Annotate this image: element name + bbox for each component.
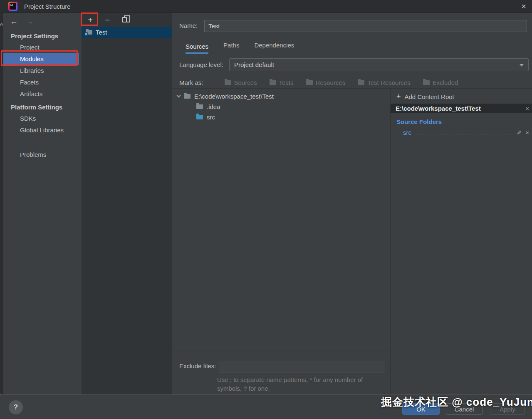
dotted-leader	[413, 134, 515, 134]
background-ide-strip: e b	[0, 13, 3, 394]
section-header-platform-settings: Platform Settings	[3, 100, 82, 113]
module-name: Test	[96, 29, 107, 36]
folder-icon	[184, 94, 191, 99]
folder-name: src	[207, 114, 215, 121]
background-text-fragment: e	[0, 21, 3, 27]
source-folder-icon	[196, 115, 203, 119]
apply-button: Apply	[490, 403, 525, 415]
folder-name: .idea	[207, 103, 220, 110]
cancel-button[interactable]: Cancel	[446, 403, 483, 415]
module-toolbar: + −	[82, 13, 172, 27]
module-tabs: Sources Paths Dependencies	[172, 40, 532, 54]
tree-row-idea[interactable]: .idea	[172, 102, 390, 112]
tests-folder-icon	[270, 80, 276, 85]
sidebar-item-libraries[interactable]: Libraries	[3, 65, 82, 77]
mark-resources-button[interactable]: Resources	[306, 79, 346, 86]
mark-sources-button[interactable]: Sources	[225, 79, 257, 86]
mark-tests-button[interactable]: Tests	[270, 79, 294, 86]
source-folder-name[interactable]: src	[403, 129, 411, 136]
content-root-tree: E:\code\workspace_test\Test .idea src Ex…	[172, 89, 390, 394]
module-folder-icon	[86, 30, 92, 35]
exclude-files-hint: Use ; to separate name patterns, * for a…	[217, 375, 363, 393]
chevron-down-icon[interactable]	[177, 94, 181, 98]
mark-as-buttons: Sources Tests Resources Test Resources E…	[225, 79, 458, 86]
sidebar-divider	[7, 143, 77, 143]
ok-button[interactable]: OK	[402, 403, 440, 415]
mark-excluded-button[interactable]: Excluded	[423, 79, 458, 86]
exclude-files-label: Exclude files:	[179, 362, 216, 369]
module-list-item[interactable]: Test	[82, 27, 172, 38]
dialog-footer: ? OK Cancel Apply	[0, 394, 532, 419]
dialog-titlebar: IJ Project Structure ×	[0, 0, 532, 13]
section-header-project-settings: Project Settings	[3, 29, 82, 42]
sidebar-item-modules[interactable]: Modules	[3, 53, 79, 65]
remove-folder-icon[interactable]: ×	[525, 129, 529, 136]
content-roots-pane: + Add Content Root E:\code\workspace_tes…	[390, 89, 532, 394]
language-level-value: Project default	[234, 61, 274, 68]
add-module-icon[interactable]: +	[86, 16, 95, 24]
exclude-files-block: Exclude files: Use ; to separate name pa…	[172, 352, 390, 394]
exclude-files-input[interactable]	[219, 361, 385, 372]
sidebar-item-sdks[interactable]: SDKs	[3, 113, 82, 124]
module-list-panel: + − Test	[82, 13, 172, 394]
help-button[interactable]: ?	[9, 400, 23, 414]
add-content-root-button[interactable]: + Add Content Root	[391, 89, 532, 104]
remove-module-icon[interactable]: −	[103, 16, 112, 24]
intellij-logo-icon: IJ	[8, 2, 17, 11]
dialog-title: Project Structure	[24, 3, 71, 10]
project-structure-dialog: IJ Project Structure × e b ← → Project S…	[0, 0, 532, 419]
resources-folder-icon	[306, 80, 313, 85]
sidebar-item-artifacts[interactable]: Artifacts	[3, 88, 82, 100]
sidebar-item-project[interactable]: Project	[3, 42, 82, 53]
close-icon[interactable]: ×	[521, 2, 526, 10]
content-root-path: E:\code\workspace_test\Test	[194, 93, 274, 100]
forward-arrow-icon: →	[26, 17, 34, 26]
sidebar-item-facets[interactable]: Facets	[3, 77, 82, 88]
name-label: Name:	[179, 22, 198, 29]
plus-icon: +	[396, 93, 401, 100]
folder-icon	[196, 104, 203, 109]
module-name-input[interactable]	[204, 20, 527, 32]
add-content-root-label: Add Content Root	[405, 93, 454, 100]
excluded-folder-icon	[423, 80, 430, 85]
history-nav: ← →	[3, 13, 82, 29]
edit-pencil-icon[interactable]: ✎	[517, 129, 522, 136]
mark-as-row: Mark as: Sources Tests Resources Test Re…	[172, 76, 532, 89]
tree-row-src[interactable]: src	[172, 112, 390, 122]
mark-as-label: Mark as:	[179, 79, 203, 86]
source-folders-header: Source Folders	[396, 118, 532, 125]
module-editor-panel: Name: Sources Paths Dependencies Languag…	[172, 13, 532, 394]
language-level-label: Language level:	[179, 61, 223, 68]
test-resources-folder-icon	[358, 80, 364, 85]
sidebar-item-problems[interactable]: Problems	[3, 149, 82, 161]
sources-folder-icon	[225, 80, 231, 85]
remove-content-root-icon[interactable]: ×	[525, 105, 529, 112]
back-arrow-icon[interactable]: ←	[10, 17, 18, 26]
copy-module-icon[interactable]	[122, 17, 127, 22]
language-level-select[interactable]: Project default	[229, 58, 529, 71]
source-folder-item[interactable]: src ✎ ×	[403, 129, 529, 136]
settings-sidebar: ← → Project Settings Project Modules Lib…	[3, 13, 82, 394]
mark-test-resources-button[interactable]: Test Resources	[358, 79, 410, 86]
chevron-down-icon	[520, 64, 524, 67]
content-root-header[interactable]: E:\code\workspace_test\Test ×	[391, 104, 532, 113]
tab-paths[interactable]: Paths	[223, 42, 239, 54]
sidebar-item-global-libraries[interactable]: Global Libraries	[3, 124, 82, 136]
content-root-path: E:\code\workspace_test\Test	[396, 105, 525, 112]
tab-sources[interactable]: Sources	[186, 43, 208, 54]
tab-dependencies[interactable]: Dependencies	[254, 42, 294, 54]
